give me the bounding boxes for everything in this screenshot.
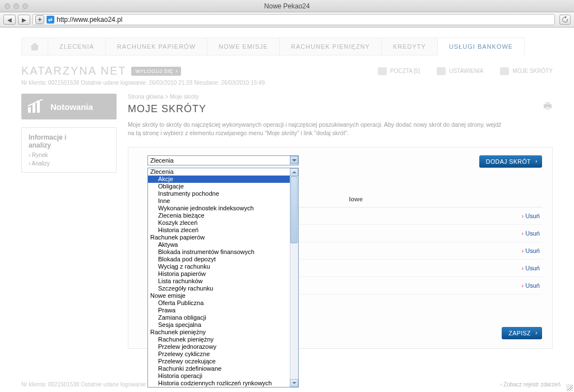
- dropdown-option[interactable]: Wykonanie jednostek indeksowych: [148, 205, 290, 212]
- scrollbar-track[interactable]: [290, 168, 298, 387]
- user-name: KATARZYNA NET: [21, 64, 127, 77]
- dropdown-group: Zlecenia: [148, 168, 290, 176]
- dropdown-option[interactable]: Zamiana obligacji: [148, 314, 290, 321]
- url-field[interactable]: + ⇄ http://www.pekao24.pl: [33, 14, 555, 25]
- info-link-rynek[interactable]: Rynek: [29, 152, 109, 158]
- back-button[interactable]: ◀: [3, 15, 16, 25]
- home-icon: [30, 42, 40, 51]
- url-text: http://www.pekao24.pl: [57, 16, 122, 24]
- browser-titlebar: Nowe Pekao24: [0, 0, 574, 12]
- dropdown-option[interactable]: Historia papierów: [148, 270, 290, 278]
- delete-link[interactable]: Usuń: [522, 213, 540, 219]
- browser-toolbar: ◀ ▶ + ⇄ http://www.pekao24.pl: [0, 12, 574, 27]
- main-nav: ZLECENIA RACHUNEK PAPIERÓW NOWE EMISJE R…: [21, 38, 553, 56]
- sidebar-item-label: Notowania: [50, 102, 93, 112]
- dropdown-option[interactable]: Historia codziennych rozliczeń rynkowych: [148, 380, 290, 387]
- dropdown-option[interactable]: Szczegóły rachunku: [148, 285, 290, 292]
- shortcuts-label: MOJE SKRÓTY: [512, 68, 553, 74]
- dropdown-group: Nowe emisje: [148, 292, 290, 299]
- gear-icon: [437, 67, 446, 75]
- save-button[interactable]: ZAPISZ: [502, 327, 542, 339]
- nav-zlecenia[interactable]: ZLECENIA: [48, 38, 106, 56]
- dropdown-option[interactable]: Oferta Publiczna: [148, 299, 290, 307]
- dropdown-option[interactable]: Lista rachunków: [148, 278, 290, 285]
- nav-home[interactable]: [21, 38, 48, 56]
- breadcrumb: Strona główna > Moje skróty: [128, 94, 553, 100]
- print-icon[interactable]: [543, 102, 553, 110]
- dropdown-option[interactable]: Blokada instrumentów finansowych: [148, 248, 290, 256]
- dropdown-option[interactable]: Historia operacji: [148, 372, 290, 380]
- delete-link[interactable]: Usuń: [522, 230, 540, 237]
- dropdown-option[interactable]: Rachunki zdefiniowane: [148, 365, 290, 372]
- dropdown-option[interactable]: Wyciąg z rachunku: [148, 263, 290, 270]
- dropdown-option[interactable]: Prawa: [148, 307, 290, 314]
- shortcut-icon: [500, 67, 509, 75]
- reload-icon: [562, 16, 568, 23]
- info-title-line2: analizy: [29, 141, 109, 149]
- delete-link[interactable]: Usuń: [522, 247, 540, 254]
- shortcuts-panel: DODAJ SKRÓT Zlecenia ZleceniaAkcjeObliga…: [128, 147, 553, 349]
- scrollbar-thumb[interactable]: [290, 176, 298, 243]
- chart-icon: [27, 99, 45, 114]
- settings-link[interactable]: USTAWIENIA: [437, 67, 483, 75]
- footer-events-link[interactable]: Zobacz rejestr zdarzeń: [500, 381, 561, 388]
- svg-rect-0: [28, 107, 31, 113]
- sidebar-item-informacje[interactable]: Informacje i analizy Rynek Analizy: [21, 127, 117, 173]
- nav-kredyty[interactable]: KREDYTY: [382, 38, 438, 56]
- add-shortcut-button[interactable]: DODAJ SKRÓT: [479, 155, 542, 168]
- window-title: Nowe Pekao24: [0, 2, 574, 10]
- dropdown-option[interactable]: Obligacje: [148, 183, 290, 190]
- dropdown-option[interactable]: Przelewy cykliczne: [148, 351, 290, 358]
- sidebar-item-notowania[interactable]: Notowania: [21, 94, 117, 119]
- svg-rect-5: [545, 107, 550, 110]
- nav-rachunek-pieniezny[interactable]: RACHUNEK PIENIĘŻNY: [280, 38, 382, 56]
- shortcut-dropdown: ZleceniaAkcjeObligacjeInstrumenty pochod…: [147, 168, 299, 388]
- delete-link[interactable]: Usuń: [522, 265, 540, 271]
- dropdown-option[interactable]: Aktywa: [148, 241, 290, 248]
- delete-link[interactable]: Usuń: [522, 282, 540, 289]
- dropdown-option[interactable]: Przelewy oczekujące: [148, 358, 290, 365]
- dropdown-option[interactable]: Akcje: [148, 176, 290, 183]
- shortcuts-link[interactable]: MOJE SKRÓTY: [500, 67, 553, 75]
- svg-rect-4: [545, 102, 550, 104]
- settings-label: USTAWIENIA: [449, 68, 483, 74]
- client-meta: Nr klienta: 0021501538 Ostatnie udane lo…: [21, 80, 553, 86]
- dropdown-group: Rachunek papierów: [148, 234, 290, 241]
- dropdown-option[interactable]: Sesja specjalna: [148, 321, 290, 329]
- add-bookmark-icon[interactable]: +: [35, 15, 44, 24]
- logout-button[interactable]: WYLOGUJ SIĘ: [131, 67, 181, 76]
- select-value: Zlecenia: [150, 157, 174, 164]
- reload-button[interactable]: [559, 15, 571, 25]
- shortcut-select[interactable]: Zlecenia: [147, 155, 299, 165]
- dropdown-option[interactable]: Rachunek pieniężny: [148, 336, 290, 343]
- svg-rect-1: [33, 104, 35, 113]
- dropdown-option[interactable]: Historia zleceń: [148, 227, 290, 234]
- mail-link[interactable]: POCZTA [5]: [378, 67, 420, 75]
- page-title: MOJE SKRÓTY: [128, 103, 553, 115]
- dropdown-option[interactable]: Koszyk zleceń: [148, 219, 290, 227]
- info-title-line1: Informacje i: [29, 133, 109, 141]
- chevron-down-icon[interactable]: [290, 156, 298, 164]
- dropdown-option[interactable]: Zlecenia bieżące: [148, 212, 290, 219]
- nav-uslugi-bankowe[interactable]: USŁUGI BANKOWE: [438, 38, 525, 56]
- mail-icon: [378, 67, 387, 75]
- dropdown-option[interactable]: Inne: [148, 197, 290, 205]
- dropdown-option[interactable]: Blokada pod depozyt: [148, 256, 290, 263]
- site-favicon: ⇄: [47, 16, 54, 24]
- nav-nowe-emisje[interactable]: NOWE EMISJE: [207, 38, 280, 56]
- dropdown-option[interactable]: Instrumenty pochodne: [148, 190, 290, 197]
- info-link-analizy[interactable]: Analizy: [29, 160, 109, 167]
- dropdown-group: Rachunek pieniężny: [148, 329, 290, 336]
- forward-button[interactable]: ▶: [18, 15, 30, 25]
- resize-handle[interactable]: [566, 384, 573, 391]
- scroll-down-button[interactable]: [290, 379, 298, 387]
- mail-label: POCZTA [5]: [390, 68, 420, 74]
- intro-text: Moje skróty to skróty do najczęściej wyk…: [128, 121, 509, 137]
- scroll-up-button[interactable]: [290, 168, 298, 176]
- dropdown-option[interactable]: Przelew jednorazowy: [148, 343, 290, 351]
- nav-rachunek-papierow[interactable]: RACHUNEK PAPIERÓW: [106, 38, 207, 56]
